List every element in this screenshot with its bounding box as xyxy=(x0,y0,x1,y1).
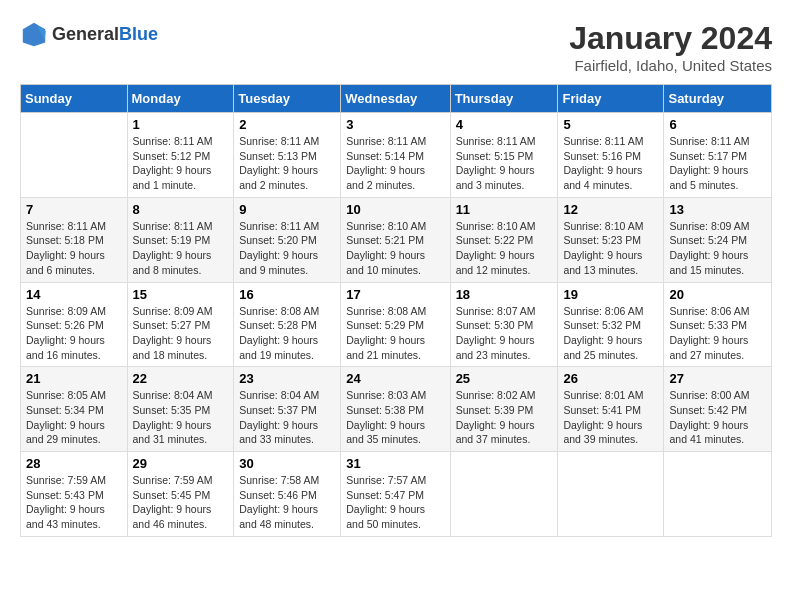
calendar-cell xyxy=(558,452,664,537)
logo: GeneralBlue xyxy=(20,20,158,48)
day-info: Sunrise: 8:11 AMSunset: 5:17 PMDaylight:… xyxy=(669,134,766,193)
day-number: 13 xyxy=(669,202,766,217)
calendar-week-row: 7 Sunrise: 8:11 AMSunset: 5:18 PMDayligh… xyxy=(21,197,772,282)
subtitle: Fairfield, Idaho, United States xyxy=(569,57,772,74)
day-number: 14 xyxy=(26,287,122,302)
calendar-cell: 3 Sunrise: 8:11 AMSunset: 5:14 PMDayligh… xyxy=(341,113,450,198)
day-number: 28 xyxy=(26,456,122,471)
day-number: 21 xyxy=(26,371,122,386)
calendar-cell: 8 Sunrise: 8:11 AMSunset: 5:19 PMDayligh… xyxy=(127,197,234,282)
day-info: Sunrise: 8:09 AMSunset: 5:24 PMDaylight:… xyxy=(669,219,766,278)
day-info: Sunrise: 8:11 AMSunset: 5:16 PMDaylight:… xyxy=(563,134,658,193)
calendar-cell: 6 Sunrise: 8:11 AMSunset: 5:17 PMDayligh… xyxy=(664,113,772,198)
day-info: Sunrise: 8:11 AMSunset: 5:18 PMDaylight:… xyxy=(26,219,122,278)
day-number: 31 xyxy=(346,456,444,471)
header: GeneralBlue January 2024 Fairfield, Idah… xyxy=(20,20,772,74)
day-info: Sunrise: 8:10 AMSunset: 5:23 PMDaylight:… xyxy=(563,219,658,278)
day-info: Sunrise: 8:09 AMSunset: 5:26 PMDaylight:… xyxy=(26,304,122,363)
calendar-cell: 15 Sunrise: 8:09 AMSunset: 5:27 PMDaylig… xyxy=(127,282,234,367)
day-info: Sunrise: 8:01 AMSunset: 5:41 PMDaylight:… xyxy=(563,388,658,447)
logo-blue: Blue xyxy=(119,24,158,44)
day-info: Sunrise: 7:58 AMSunset: 5:46 PMDaylight:… xyxy=(239,473,335,532)
calendar-header-friday: Friday xyxy=(558,85,664,113)
day-info: Sunrise: 8:06 AMSunset: 5:32 PMDaylight:… xyxy=(563,304,658,363)
calendar-cell xyxy=(450,452,558,537)
day-number: 10 xyxy=(346,202,444,217)
calendar-cell: 13 Sunrise: 8:09 AMSunset: 5:24 PMDaylig… xyxy=(664,197,772,282)
calendar-cell: 21 Sunrise: 8:05 AMSunset: 5:34 PMDaylig… xyxy=(21,367,128,452)
day-number: 4 xyxy=(456,117,553,132)
day-number: 29 xyxy=(133,456,229,471)
day-info: Sunrise: 8:00 AMSunset: 5:42 PMDaylight:… xyxy=(669,388,766,447)
logo-general: General xyxy=(52,24,119,44)
calendar-cell: 30 Sunrise: 7:58 AMSunset: 5:46 PMDaylig… xyxy=(234,452,341,537)
day-info: Sunrise: 7:59 AMSunset: 5:43 PMDaylight:… xyxy=(26,473,122,532)
day-number: 25 xyxy=(456,371,553,386)
calendar-header-thursday: Thursday xyxy=(450,85,558,113)
calendar-cell: 9 Sunrise: 8:11 AMSunset: 5:20 PMDayligh… xyxy=(234,197,341,282)
day-number: 18 xyxy=(456,287,553,302)
calendar-week-row: 1 Sunrise: 8:11 AMSunset: 5:12 PMDayligh… xyxy=(21,113,772,198)
calendar-cell: 1 Sunrise: 8:11 AMSunset: 5:12 PMDayligh… xyxy=(127,113,234,198)
day-info: Sunrise: 8:05 AMSunset: 5:34 PMDaylight:… xyxy=(26,388,122,447)
day-number: 22 xyxy=(133,371,229,386)
calendar-cell xyxy=(664,452,772,537)
day-number: 9 xyxy=(239,202,335,217)
calendar-cell: 12 Sunrise: 8:10 AMSunset: 5:23 PMDaylig… xyxy=(558,197,664,282)
day-number: 12 xyxy=(563,202,658,217)
calendar-table: SundayMondayTuesdayWednesdayThursdayFrid… xyxy=(20,84,772,537)
calendar-cell: 14 Sunrise: 8:09 AMSunset: 5:26 PMDaylig… xyxy=(21,282,128,367)
day-info: Sunrise: 8:07 AMSunset: 5:30 PMDaylight:… xyxy=(456,304,553,363)
day-info: Sunrise: 8:10 AMSunset: 5:21 PMDaylight:… xyxy=(346,219,444,278)
calendar-cell: 19 Sunrise: 8:06 AMSunset: 5:32 PMDaylig… xyxy=(558,282,664,367)
main-title: January 2024 xyxy=(569,20,772,57)
day-number: 24 xyxy=(346,371,444,386)
day-info: Sunrise: 7:59 AMSunset: 5:45 PMDaylight:… xyxy=(133,473,229,532)
day-info: Sunrise: 7:57 AMSunset: 5:47 PMDaylight:… xyxy=(346,473,444,532)
day-number: 23 xyxy=(239,371,335,386)
day-number: 5 xyxy=(563,117,658,132)
day-info: Sunrise: 8:11 AMSunset: 5:12 PMDaylight:… xyxy=(133,134,229,193)
day-number: 11 xyxy=(456,202,553,217)
calendar-week-row: 14 Sunrise: 8:09 AMSunset: 5:26 PMDaylig… xyxy=(21,282,772,367)
calendar-cell: 22 Sunrise: 8:04 AMSunset: 5:35 PMDaylig… xyxy=(127,367,234,452)
day-info: Sunrise: 8:03 AMSunset: 5:38 PMDaylight:… xyxy=(346,388,444,447)
day-number: 17 xyxy=(346,287,444,302)
calendar-cell: 16 Sunrise: 8:08 AMSunset: 5:28 PMDaylig… xyxy=(234,282,341,367)
day-info: Sunrise: 8:11 AMSunset: 5:19 PMDaylight:… xyxy=(133,219,229,278)
day-number: 19 xyxy=(563,287,658,302)
day-number: 26 xyxy=(563,371,658,386)
calendar-cell: 7 Sunrise: 8:11 AMSunset: 5:18 PMDayligh… xyxy=(21,197,128,282)
day-number: 3 xyxy=(346,117,444,132)
day-info: Sunrise: 8:11 AMSunset: 5:14 PMDaylight:… xyxy=(346,134,444,193)
calendar-week-row: 21 Sunrise: 8:05 AMSunset: 5:34 PMDaylig… xyxy=(21,367,772,452)
title-area: January 2024 Fairfield, Idaho, United St… xyxy=(569,20,772,74)
day-number: 30 xyxy=(239,456,335,471)
day-info: Sunrise: 8:04 AMSunset: 5:35 PMDaylight:… xyxy=(133,388,229,447)
day-info: Sunrise: 8:06 AMSunset: 5:33 PMDaylight:… xyxy=(669,304,766,363)
calendar-header-row: SundayMondayTuesdayWednesdayThursdayFrid… xyxy=(21,85,772,113)
calendar-cell: 5 Sunrise: 8:11 AMSunset: 5:16 PMDayligh… xyxy=(558,113,664,198)
calendar-cell: 4 Sunrise: 8:11 AMSunset: 5:15 PMDayligh… xyxy=(450,113,558,198)
day-number: 7 xyxy=(26,202,122,217)
day-number: 15 xyxy=(133,287,229,302)
calendar-cell: 2 Sunrise: 8:11 AMSunset: 5:13 PMDayligh… xyxy=(234,113,341,198)
calendar-cell xyxy=(21,113,128,198)
day-number: 8 xyxy=(133,202,229,217)
logo-icon xyxy=(20,20,48,48)
calendar-cell: 11 Sunrise: 8:10 AMSunset: 5:22 PMDaylig… xyxy=(450,197,558,282)
calendar-header-sunday: Sunday xyxy=(21,85,128,113)
calendar-cell: 28 Sunrise: 7:59 AMSunset: 5:43 PMDaylig… xyxy=(21,452,128,537)
day-number: 16 xyxy=(239,287,335,302)
calendar-header-tuesday: Tuesday xyxy=(234,85,341,113)
calendar-cell: 18 Sunrise: 8:07 AMSunset: 5:30 PMDaylig… xyxy=(450,282,558,367)
calendar-cell: 24 Sunrise: 8:03 AMSunset: 5:38 PMDaylig… xyxy=(341,367,450,452)
day-info: Sunrise: 8:11 AMSunset: 5:20 PMDaylight:… xyxy=(239,219,335,278)
calendar-cell: 10 Sunrise: 8:10 AMSunset: 5:21 PMDaylig… xyxy=(341,197,450,282)
day-info: Sunrise: 8:04 AMSunset: 5:37 PMDaylight:… xyxy=(239,388,335,447)
day-info: Sunrise: 8:08 AMSunset: 5:28 PMDaylight:… xyxy=(239,304,335,363)
day-number: 2 xyxy=(239,117,335,132)
calendar-cell: 20 Sunrise: 8:06 AMSunset: 5:33 PMDaylig… xyxy=(664,282,772,367)
calendar-cell: 27 Sunrise: 8:00 AMSunset: 5:42 PMDaylig… xyxy=(664,367,772,452)
day-number: 20 xyxy=(669,287,766,302)
